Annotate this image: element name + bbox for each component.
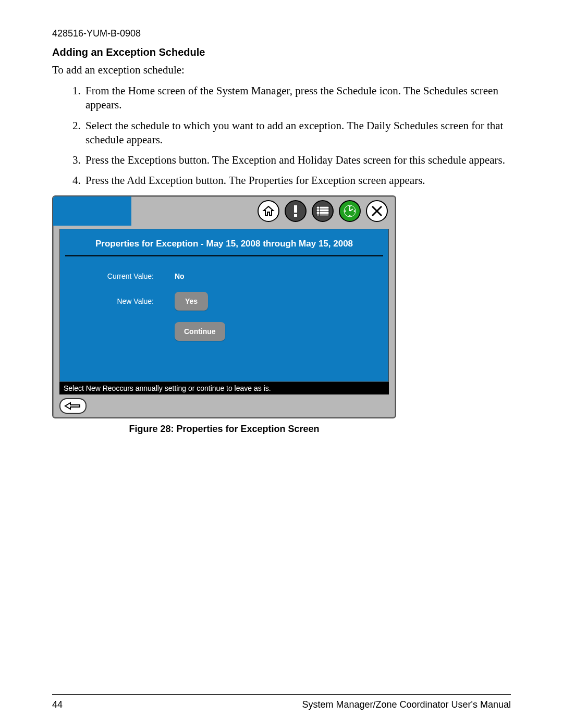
svg-rect-0 [294, 205, 297, 213]
document-id: 428516-YUM-B-0908 [52, 28, 511, 39]
page-footer: 44 System Manager/Zone Coordinator User'… [52, 699, 511, 710]
current-value-row: Current Value: No [70, 272, 378, 280]
manual-title: System Manager/Zone Coordinator User's M… [302, 699, 511, 710]
svg-point-10 [349, 215, 351, 216]
top-toolbar [53, 196, 395, 226]
figure: Properties for Exception - May 15, 2008 … [52, 195, 511, 435]
section-heading: Adding an Exception Schedule [52, 46, 511, 58]
device-screenshot: Properties for Exception - May 15, 2008 … [52, 195, 396, 418]
footer-rule [52, 694, 511, 695]
svg-point-11 [345, 210, 346, 212]
back-arrow-icon[interactable] [59, 398, 87, 414]
status-bar: Select New Reoccurs annually setting or … [59, 382, 389, 394]
main-panel: Properties for Exception - May 15, 2008 … [59, 229, 389, 382]
svg-point-9 [354, 210, 356, 212]
step-item: Press the Add Exception button. The Prop… [83, 174, 511, 188]
tools-icon[interactable] [366, 200, 388, 222]
new-value-label: New Value: [70, 297, 175, 305]
topbar-accent [53, 196, 131, 226]
intro-text: To add an exception schedule: [52, 64, 511, 77]
alert-icon[interactable] [285, 200, 307, 222]
steps-list: From the Home screen of the System Manag… [52, 84, 511, 188]
bottom-bar [53, 394, 395, 417]
current-value: No [175, 272, 185, 280]
continue-button[interactable]: Continue [175, 322, 225, 341]
svg-point-8 [349, 205, 351, 207]
yes-button[interactable]: Yes [175, 292, 208, 311]
clock-icon[interactable] [339, 200, 361, 222]
svg-rect-1 [294, 214, 297, 217]
figure-caption: Figure 28: Properties for Exception Scre… [52, 424, 396, 435]
list-icon[interactable] [312, 200, 334, 222]
step-item: Select the schedule to which you want to… [83, 119, 511, 147]
panel-title: Properties for Exception - May 15, 2008 … [60, 229, 388, 255]
new-value-row: New Value: Yes [70, 292, 378, 311]
step-item: From the Home screen of the System Manag… [83, 84, 511, 113]
page-number: 44 [52, 699, 63, 710]
home-icon[interactable] [258, 200, 279, 222]
step-item: Press the Exceptions button. The Excepti… [83, 153, 511, 167]
current-value-label: Current Value: [70, 272, 175, 280]
